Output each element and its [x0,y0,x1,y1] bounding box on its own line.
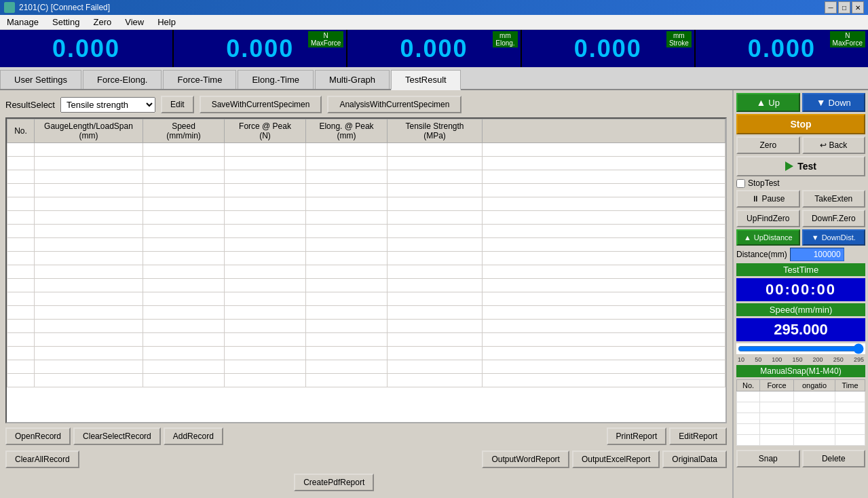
table-row [7,333,725,347]
speed-ticks: 10 50 100 150 200 250 295 [736,356,865,363]
snap-table: No. Force ongatio Time [736,379,865,446]
zero-button[interactable]: Zero [736,136,800,154]
col-extra [483,119,725,143]
speed-value-box: 295.000 [736,318,865,341]
test-button[interactable]: Test [736,156,865,176]
tab-force-time[interactable]: Force-Time [163,70,236,89]
add-record-button[interactable]: AddRecord [164,427,223,445]
tab-force-elong[interactable]: Force-Elong. [83,70,162,89]
speed-label: Speed(mm/min) [736,303,865,316]
snap-col-force: Force [760,380,794,391]
clear-select-record-button[interactable]: ClearSelectRecord [73,427,161,445]
back-button[interactable]: ↩ Back [802,136,866,154]
col-gauge-length: GaugeLength/LoadSpan(mm) [35,119,143,143]
col-no: No. [7,119,35,143]
edit-button[interactable]: Edit [161,96,194,113]
gauge-4-value: 0.000 [748,35,816,63]
minimize-button[interactable]: ─ [825,1,837,14]
table-row [7,347,725,360]
output-word-report-button[interactable]: OutputWordReport [482,451,569,468]
data-table-wrapper: No. GaugeLength/LoadSpan(mm) Speed(mm/mi… [5,117,727,423]
snap-button[interactable]: Snap [736,450,800,467]
stop-test-label: StopTest [748,178,780,188]
manual-snap-label: ManualSnap(M1-M40) [736,365,865,377]
distance-input[interactable] [790,248,844,261]
stop-button[interactable]: Stop [736,114,865,134]
output-excel-report-button[interactable]: OutputExcelReport [572,451,660,468]
snap-row [737,435,865,446]
snap-buttons-row: Snap Delete [736,450,865,467]
zero-back-row: Zero ↩ Back [736,136,865,154]
distance-row: Distance(mm) [736,248,865,261]
menu-bar: Manage Setting Zero View Help [0,15,868,30]
down-dist-arrow-icon: ▼ [812,233,819,242]
delete-button[interactable]: Delete [802,450,866,467]
title-bar-buttons: ─ □ ✕ [825,1,864,14]
menu-setting[interactable]: Setting [45,16,86,28]
gauge-0: 0.000 [0,30,172,67]
table-row [7,157,725,170]
play-icon [785,161,793,171]
save-with-current-specimen-button[interactable]: SaveWithCurrentSpecimen [200,96,322,113]
distance-label: Distance(mm) [736,250,787,259]
find-zero-row: UpFindZero DownF.Zero [736,210,865,227]
table-row [7,292,725,306]
table-row [7,252,725,265]
gauge-1-value: 0.000 [226,35,294,63]
gauges-row: 0.000 0.000 N MaxForce 0.000 mm Elong. 0… [0,30,868,67]
speed-slider[interactable] [738,345,864,353]
table-row [7,197,725,211]
clear-all-record-button[interactable]: ClearAllRecord [5,451,79,468]
col-elong-peak: Elong. @ Peak(mm) [306,119,388,143]
edit-report-button[interactable]: EditReport [669,427,727,445]
create-pdf-report-button[interactable]: CreatePdfReport [294,474,374,491]
open-record-button[interactable]: OpenRecord [5,427,71,445]
result-select-label: ResultSelect [5,100,55,110]
speed-slider-row [736,343,865,354]
take-exten-button[interactable]: TakeExten [802,190,866,208]
test-time-value: 00:00:00 [736,278,865,301]
col-tensile-strength: Tensile Strength(MPa) [388,119,483,143]
table-row [7,279,725,292]
up-distance-button[interactable]: ▲ UpDistance [736,229,800,246]
table-row [7,306,725,320]
up-find-zero-button[interactable]: UpFindZero [736,210,800,227]
tab-test-result[interactable]: TestResult [391,70,461,90]
menu-zero[interactable]: Zero [86,16,118,28]
gauge-2-label: mm Elong. [493,31,517,47]
table-row [7,170,725,184]
up-down-row: ▲ Up ▼ Down [736,93,865,112]
stop-test-checkbox[interactable] [736,179,745,188]
up-button[interactable]: ▲ Up [736,93,800,112]
result-select-row: ResultSelect Tensile strengthCompression… [5,96,727,113]
up-arrow-icon: ▲ [757,97,766,108]
result-select-dropdown[interactable]: Tensile strengthCompressionBendingPeelSh… [60,97,155,113]
gauge-2: 0.000 mm Elong. [347,30,520,67]
down-button[interactable]: ▼ Down [802,93,866,112]
maximize-button[interactable]: □ [838,1,850,14]
tab-user-settings[interactable]: User Settings [0,70,81,89]
tabs-row: User Settings Force-Elong. Force-Time El… [0,67,868,90]
print-report-button[interactable]: PrintReport [607,427,667,445]
data-table: No. GaugeLength/LoadSpan(mm) Speed(mm/mi… [7,119,725,387]
down-label: Down [829,98,851,108]
pause-icon: ⏸ [751,194,759,204]
tab-elong-time[interactable]: Elong.-Time [238,70,314,89]
menu-view[interactable]: View [118,16,151,28]
test-time-label: TestTime [736,263,865,276]
menu-manage[interactable]: Manage [0,16,45,28]
down-find-zero-button[interactable]: DownF.Zero [802,210,866,227]
down-arrow-icon: ▼ [816,97,826,108]
original-data-button[interactable]: OriginalData [662,451,727,468]
gauge-3-label: mm Stroke [666,31,692,47]
menu-help[interactable]: Help [151,16,183,28]
gauge-4-label: N MaxForce [830,31,865,47]
analysis-with-current-specimen-button[interactable]: AnalysisWithCurrentSpecimen [327,96,461,113]
left-panel: ResultSelect Tensile strengthCompression… [0,90,732,498]
pause-button[interactable]: ⏸ Pause [736,190,800,208]
gauge-1-label: N MaxForce [308,31,343,47]
back-arrow-icon: ↩ [820,140,827,150]
down-dist-button[interactable]: ▼ DownDist. [802,229,866,246]
close-button[interactable]: ✕ [852,1,864,14]
tab-multi-graph[interactable]: Multi-Graph [315,70,390,89]
